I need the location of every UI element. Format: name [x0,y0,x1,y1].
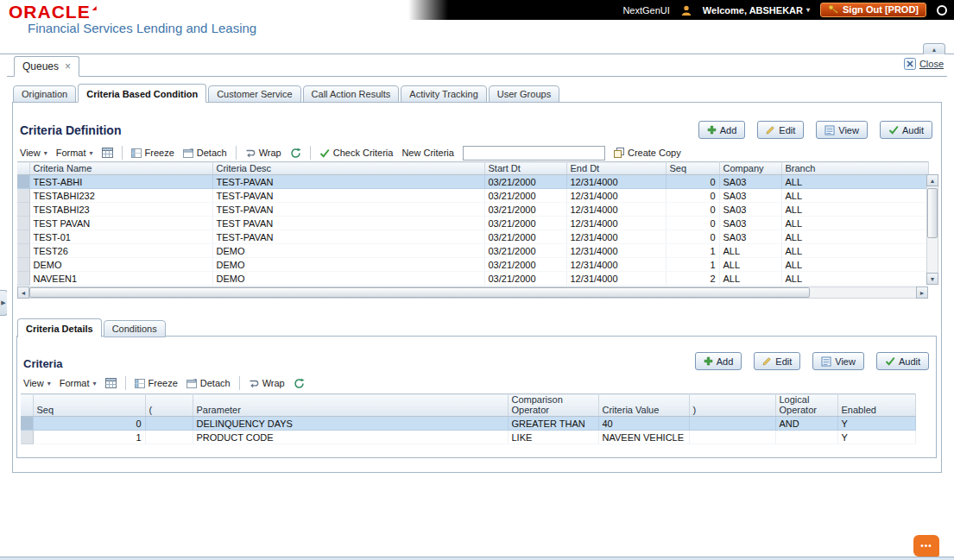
col-criteria-desc[interactable]: Criteria Desc [212,162,484,175]
col-branch[interactable]: Branch [781,162,928,175]
cell-branch: ALL [781,258,928,272]
col-open-paren[interactable]: ( [145,394,193,417]
table-row[interactable]: 0 DELINQUENCY DAYS GREATER THAN 40 AND Y [21,417,915,431]
col-end-dt[interactable]: End Dt [566,162,666,175]
row-selector[interactable] [17,175,29,189]
table-row[interactable]: TESTABHI23 TEST-PAVAN 03/21/2000 12/31/4… [17,203,928,217]
refresh-icon[interactable] [290,148,301,159]
add-button[interactable]: Add [698,121,746,139]
edit-button[interactable]: Edit [757,121,804,139]
row-selector[interactable] [17,272,29,286]
table-row[interactable]: TEST-01 TEST-PAVAN 03/21/2000 12/31/4000… [17,230,928,244]
cell-criteria-name: TESTABHI232 [29,189,212,203]
col-company[interactable]: Company [719,162,781,175]
new-criteria-label: New Criteria [401,148,454,158]
cell-seq: 0 [666,189,719,203]
wrap-button[interactable]: Wrap [249,378,285,388]
tab-criteria-details[interactable]: Criteria Details [17,318,102,337]
audit-button[interactable]: Audit [880,121,932,139]
user-menu[interactable]: Welcome, ABSHEKAR ▾ [703,5,810,16]
cell-close-paren [689,417,775,431]
new-criteria-input[interactable] [463,146,605,160]
view-button[interactable]: View [816,121,868,139]
tab-criteria-based-condition[interactable]: Criteria Based Condition [78,84,206,103]
freeze-button[interactable]: Freeze [131,148,174,158]
scrollbar-thumb[interactable] [29,287,810,298]
tab-call-action-results[interactable]: Call Action Results [303,85,400,103]
detach-button[interactable]: Detach [186,378,231,388]
table-row[interactable]: TESTABHI232 TEST-PAVAN 03/21/2000 12/31/… [17,189,928,203]
row-selector[interactable] [17,244,29,258]
row-selector[interactable] [17,217,29,230]
table-row[interactable]: TEST PAVAN TEST PAVAN 03/21/2000 12/31/4… [17,217,928,230]
row-selector[interactable] [17,189,29,203]
freeze-button[interactable]: Freeze [135,378,178,388]
col-enabled[interactable]: Enabled [837,394,915,417]
row-selector[interactable] [17,203,29,217]
cell-parameter: PRODUCT CODE [193,431,508,444]
detach-button[interactable]: Detach [183,148,227,158]
tab-queues[interactable]: Queues × [14,56,79,77]
status-ring-icon[interactable] [937,5,947,16]
edit-button[interactable]: Edit [754,352,800,370]
cell-start-dt: 03/21/2000 [484,244,566,258]
cell-company: SA03 [719,230,781,244]
scroll-up-button[interactable]: ▲ [926,174,938,186]
tab-customer-service[interactable]: Customer Service [208,85,300,103]
collapse-up-button[interactable]: ▲ [923,43,945,54]
tab-activity-tracking[interactable]: Activity Tracking [401,85,486,103]
cell-criteria-name: DEMO [29,258,212,272]
col-close-paren[interactable]: ) [689,394,775,417]
audit-button[interactable]: Audit [876,352,929,370]
col-start-dt[interactable]: Start Dt [484,162,566,175]
close-window-icon [904,58,916,70]
table-row[interactable]: TEST-ABHI TEST-PAVAN 03/21/2000 12/31/40… [17,175,928,189]
chat-bubble-button[interactable]: ••• [913,535,939,557]
scroll-right-button[interactable]: ► [916,286,928,299]
col-parameter[interactable]: Parameter [193,394,508,417]
col-seq[interactable]: Seq [666,162,719,175]
cell-criteria-desc: DEMO [212,244,484,258]
tab-origination[interactable]: Origination [13,85,76,103]
row-selector[interactable] [17,230,29,244]
cell-enabled: Y [837,431,915,444]
export-spreadsheet-icon[interactable] [102,148,113,158]
col-comparison-operator[interactable]: Comparison Operator [508,394,598,417]
scrollbar-thumb[interactable] [927,188,938,238]
wrap-button[interactable]: Wrap [245,148,281,158]
col-criteria-name[interactable]: Criteria Name [29,162,212,175]
table-row[interactable]: 1 PRODUCT CODE LIKE NAVEEN VEHICLE Y [21,431,915,444]
scroll-down-button[interactable]: ▼ [926,273,938,285]
view-menu[interactable]: View▾ [23,378,51,388]
refresh-icon[interactable] [294,378,305,389]
export-spreadsheet-icon[interactable] [105,378,117,388]
chevron-down-icon: ▾ [806,6,810,14]
format-menu[interactable]: Format▾ [60,378,97,388]
horizontal-scrollbar[interactable]: ◄ ► [17,286,928,299]
create-copy-button[interactable]: Create Copy [614,148,681,158]
row-selector[interactable] [21,431,33,444]
cell-seq: 1 [666,258,719,272]
scroll-left-button[interactable]: ◄ [17,286,29,299]
cell-start-dt: 03/21/2000 [484,203,566,217]
add-button[interactable]: Add [695,352,742,370]
check-criteria-button[interactable]: Check Criteria [319,148,394,158]
table-row[interactable]: TEST26 DEMO 03/21/2000 12/31/4000 1 ALL … [17,244,928,258]
col-seq[interactable]: Seq [33,394,145,417]
view-button[interactable]: View [812,352,864,370]
col-criteria-value[interactable]: Criteria Value [598,394,689,417]
tab-close-icon[interactable]: × [65,62,71,71]
col-logical-operator[interactable]: Logical Operator [775,394,837,417]
nextgen-link[interactable]: NextGenUI [622,5,669,16]
view-menu[interactable]: View▾ [20,148,47,158]
sign-out-button[interactable]: Sign Out [PROD] [820,3,926,17]
table-row[interactable]: NAVEEN1 DEMO 03/21/2000 12/31/4000 2 ALL… [17,272,928,286]
table-row[interactable]: DEMO DEMO 03/21/2000 12/31/4000 1 ALL AL… [17,258,928,272]
tab-conditions[interactable]: Conditions [104,320,166,337]
vertical-scrollbar[interactable]: ▲ ▼ [926,174,938,285]
tab-user-groups[interactable]: User Groups [489,85,559,103]
close-button[interactable]: Close [904,58,944,70]
row-selector[interactable] [21,417,33,431]
row-selector[interactable] [17,258,29,272]
format-menu[interactable]: Format▾ [56,148,93,158]
